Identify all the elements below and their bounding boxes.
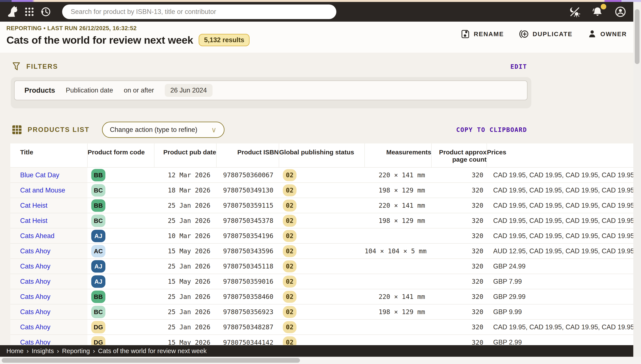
notifications-bell-icon[interactable] [592,6,603,18]
product-title-link[interactable]: Cat Heist [20,217,47,224]
cell-status: 02 [279,289,365,304]
product-title-link[interactable]: Cat and Mouse [20,186,65,194]
theme-toggle-icon[interactable] [569,6,580,18]
change-action-value: Change action (type to refine) [110,126,197,134]
cell-status: 02 [279,259,365,274]
cell-meas: 220 × 141 mm [365,198,431,213]
filter-operator: on or after [124,86,154,94]
account-icon[interactable] [614,6,626,18]
publishing-status-badge: 02 [283,291,297,303]
publishing-status-badge: 02 [283,306,297,318]
horizontal-scrollbar-track [0,357,641,364]
cell-title: Cats Ahoy [10,304,88,320]
product-title-link[interactable]: Cats Ahoy [20,278,50,285]
cell-form: BB [88,168,154,183]
cell-prices: CAD 19.95, CAD 19.95, CAD 19.95, CAD 19.… [487,228,641,244]
cell-pages: 320 [431,198,487,213]
cell-form: BB [88,198,154,213]
form-code-badge: DG [91,321,105,334]
cell-date: 25 Jan 2026 [154,304,216,320]
owner-label: OWNER [600,30,627,38]
column-header: Product ISBN [216,144,279,168]
rename-button[interactable]: RENAME [460,29,504,39]
breadcrumb-separator: › [27,347,29,354]
history-icon[interactable] [40,6,52,18]
cell-title: Cat Heist [10,198,88,213]
cell-prices: AUD 12.95, CAD 19.95, CAD 19.95, CAD 19.… [487,244,641,259]
cell-title: Cat Heist [10,213,88,228]
column-header: Product form code [88,144,154,168]
product-title-link[interactable]: Cats Ahoy [20,308,50,316]
product-title-link[interactable]: Cat Heist [20,202,47,209]
search-input[interactable] [71,8,328,16]
cell-prices: CAD 19.95, CAD 19.95, CAD 19.95, CAD 19.… [487,183,641,198]
cat-logo[interactable] [7,6,19,18]
table-row: Cat and MouseBC18 Mar 202697807503491300… [10,183,641,198]
product-title-link[interactable]: Blue Cat Day [20,171,59,179]
breadcrumb-link[interactable]: Cats of the world for review next week [98,347,207,354]
report-meta: REPORTING • LAST RUN 26/12/2025, 16:32:5… [7,25,250,32]
cell-date: 25 Jan 2026 [154,289,216,304]
column-header: Title [10,144,88,168]
breadcrumb-link[interactable]: Home [7,347,24,354]
cell-isbn: 9780750349130 [216,183,279,198]
cell-status: 02 [279,168,365,183]
product-title-link[interactable]: Cats Ahoy [20,262,50,270]
publishing-status-badge: 02 [283,169,297,181]
cell-form: BB [88,289,154,304]
owner-button[interactable]: OWNER [587,29,627,39]
cell-isbn: 9780750345118 [216,259,279,274]
cell-meas: 220 × 141 mm [365,168,431,183]
filter-field: Publication date [66,86,113,94]
cell-form: AJ [88,259,154,274]
column-header: Prices [487,144,641,168]
product-title-link[interactable]: Cats Ahoy [20,323,50,331]
copy-to-clipboard-link[interactable]: COPY TO CLIPBOARD [456,126,527,134]
publishing-status-badge: 02 [283,321,297,333]
cell-prices: CAD 19.95, CAD 19.95, CAD 19.95, CAD 19.… [487,168,641,183]
form-code-badge: BC [91,306,105,318]
cell-form: DG [88,320,154,335]
product-title-link[interactable]: Cats Ahead [20,232,55,240]
cell-pages: 320 [431,274,487,289]
cell-status: 02 [279,198,365,213]
cell-status: 02 [279,244,365,259]
product-title-link[interactable]: Cats Ahoy [20,293,50,300]
product-title-link[interactable]: Cats Ahoy [20,338,50,346]
vertical-scrollbar-thumb[interactable] [635,9,639,64]
horizontal-scrollbar-thumb[interactable] [2,358,300,363]
cell-pages: 320 [431,244,487,259]
cell-status: 02 [279,183,365,198]
edit-filters-link[interactable]: EDIT [510,63,527,70]
filter-funnel-icon [12,62,21,72]
breadcrumb-link[interactable]: Insights [32,347,54,354]
product-title-link[interactable]: Cats Ahoy [20,247,50,255]
apps-grid-icon[interactable] [25,7,34,17]
cell-isbn: 9780750360067 [216,168,279,183]
cell-isbn: 9780750354196 [216,228,279,244]
cell-form: AJ [88,274,154,289]
form-code-badge: BC [91,184,105,196]
cell-prices: GBP 24.99 [487,259,641,274]
cell-meas [365,259,431,274]
publishing-status-badge: 02 [283,230,297,242]
filters-section: FILTERS EDIT Products Publication date o… [0,53,641,108]
breadcrumb-link[interactable]: Reporting [62,347,90,354]
global-search [62,4,336,19]
table-row: Cats AhoyDG25 Jan 2026978075034828702320… [10,320,641,335]
form-code-badge: BB [91,199,105,212]
duplicate-button[interactable]: DUPLICATE [519,29,572,39]
form-code-badge: AJ [91,230,105,242]
cell-date: 15 May 2026 [154,274,216,289]
cell-status: 02 [279,304,365,320]
filter-card: Products Publication date on or after 26… [11,77,531,108]
page-title: Cats of the world for review next week [7,34,193,46]
cell-meas: 198 × 129 mm [365,304,431,320]
cell-meas [365,274,431,289]
cell-meas: 104 × 104 × 5 mm [365,244,431,259]
cell-isbn: 9780750358460 [216,289,279,304]
change-action-select[interactable]: Change action (type to refine) ∨ [102,122,225,138]
table-body: Blue Cat DayBB12 Mar 2026978075036006702… [10,168,641,350]
filter-value-chip[interactable]: 26 Jun 2024 [165,84,213,97]
table-row: Cat HeistBB25 Jan 2026978075035911502220… [10,198,641,213]
